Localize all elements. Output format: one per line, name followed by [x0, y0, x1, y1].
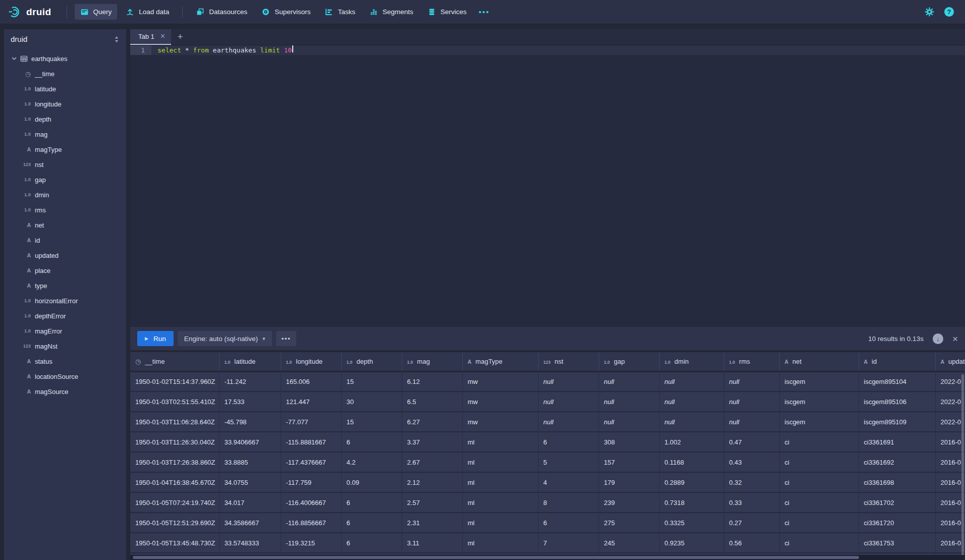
vertical-scrollbar-thumb[interactable]: [961, 374, 964, 557]
sidebar-column-item[interactable]: 1.0 dmin: [4, 187, 126, 202]
druid-logo[interactable]: druid: [8, 5, 61, 19]
sidebar-column-item[interactable]: A updated: [4, 248, 126, 263]
column-header-mag[interactable]: 1.0mag: [402, 352, 462, 371]
sidebar-column-item[interactable]: 1.0 depth: [4, 111, 126, 127]
sidebar-column-item[interactable]: A place: [4, 263, 126, 278]
table-cell[interactable]: 8: [538, 492, 599, 513]
table-cell[interactable]: null: [724, 371, 779, 391]
table-cell[interactable]: -116.8856667: [281, 513, 341, 533]
help-icon[interactable]: ?: [944, 7, 954, 17]
table-cell[interactable]: ci3361692: [859, 452, 935, 472]
table-cell[interactable]: 6: [538, 513, 599, 533]
table-cell[interactable]: -115.8881667: [281, 432, 341, 452]
engine-select-button[interactable]: Engine: auto (sql-native) ▾: [178, 331, 272, 346]
column-header-magType[interactable]: AmagType: [462, 352, 538, 371]
table-cell[interactable]: 0.47: [724, 432, 779, 452]
table-cell[interactable]: ci: [779, 533, 859, 553]
table-cell[interactable]: 2016-0: [935, 513, 965, 533]
table-cell[interactable]: ci3361691: [859, 432, 935, 452]
table-cell[interactable]: ml: [462, 533, 538, 553]
table-cell[interactable]: 0.3325: [659, 513, 724, 533]
sidebar-column-item[interactable]: 1.0 mag: [4, 127, 126, 142]
table-cell[interactable]: 1950-01-04T16:38:45.670Z: [130, 472, 219, 492]
sidebar-column-item[interactable]: 1.0 horizontalError: [4, 293, 126, 308]
table-cell[interactable]: iscgem895106: [859, 391, 935, 412]
table-cell[interactable]: 179: [599, 472, 659, 492]
sidebar-column-item[interactable]: A net: [4, 217, 126, 233]
sidebar-column-item[interactable]: 1.0 latitude: [4, 81, 126, 96]
table-cell[interactable]: 0.43: [724, 452, 779, 472]
table-cell[interactable]: 0.09: [341, 472, 402, 492]
table-cell[interactable]: 6: [341, 513, 402, 533]
sidebar-column-item[interactable]: 1.0 rms: [4, 202, 126, 217]
table-cell[interactable]: 2016-0: [935, 492, 965, 513]
nav-item-load-data[interactable]: Load data: [120, 4, 175, 20]
sidebar-column-item[interactable]: 1.0 magError: [4, 323, 126, 339]
table-cell[interactable]: 0.27: [724, 513, 779, 533]
table-cell[interactable]: ml: [462, 452, 538, 472]
column-header-net[interactable]: Anet: [779, 352, 859, 371]
table-cell[interactable]: ml: [462, 472, 538, 492]
table-cell[interactable]: 165.006: [281, 371, 341, 391]
table-cell[interactable]: null: [724, 391, 779, 412]
table-cell[interactable]: 245: [599, 533, 659, 553]
table-cell[interactable]: null: [659, 412, 724, 432]
table-cell[interactable]: 0.1168: [659, 452, 724, 472]
settings-gear-icon[interactable]: [925, 7, 934, 17]
table-cell[interactable]: mw: [462, 412, 538, 432]
table-cell[interactable]: 2.57: [402, 492, 462, 513]
horizontal-scrollbar-thumb[interactable]: [133, 556, 859, 559]
table-cell[interactable]: 34.0755: [219, 472, 281, 492]
table-cell[interactable]: 7: [538, 533, 599, 553]
table-cell[interactable]: 2016-0: [935, 432, 965, 452]
table-cell[interactable]: 2016-0: [935, 533, 965, 553]
add-tab-button[interactable]: +: [171, 29, 189, 45]
table-cell[interactable]: 6: [341, 533, 402, 553]
table-cell[interactable]: null: [659, 391, 724, 412]
table-cell[interactable]: 1950-01-03T11:26:30.040Z: [130, 432, 219, 452]
nav-item-tasks[interactable]: Tasks: [319, 4, 361, 20]
column-header-depth[interactable]: 1.0depth: [341, 352, 402, 371]
table-cell[interactable]: 15: [341, 371, 402, 391]
table-cell[interactable]: 3.37: [402, 432, 462, 452]
table-cell[interactable]: mw: [462, 391, 538, 412]
table-cell[interactable]: iscgem895109: [859, 412, 935, 432]
table-cell[interactable]: 6.27: [402, 412, 462, 432]
table-cell[interactable]: -45.798: [219, 412, 281, 432]
table-cell[interactable]: ml: [462, 492, 538, 513]
table-cell[interactable]: null: [599, 412, 659, 432]
table-cell[interactable]: 1950-01-05T12:51:29.690Z: [130, 513, 219, 533]
table-cell[interactable]: null: [599, 371, 659, 391]
nav-item-supervisors[interactable]: Supervisors: [256, 4, 316, 20]
table-cell[interactable]: 275: [599, 513, 659, 533]
column-header-updated[interactable]: Aupdated: [935, 352, 965, 371]
table-cell[interactable]: iscgem: [779, 391, 859, 412]
table-cell[interactable]: mw: [462, 371, 538, 391]
table-cell[interactable]: ci3361720: [859, 513, 935, 533]
table-cell[interactable]: -117.759: [281, 472, 341, 492]
sidebar-column-item[interactable]: ◷ __time: [4, 66, 126, 81]
table-cell[interactable]: ci: [779, 492, 859, 513]
table-cell[interactable]: null: [599, 391, 659, 412]
sql-editor[interactable]: 1 select * from earthquakes limit 10: [130, 45, 965, 327]
nav-item-datasources[interactable]: Datasources: [190, 4, 253, 20]
column-header-latitude[interactable]: 1.0latitude: [219, 352, 281, 371]
table-cell[interactable]: ci3361698: [859, 472, 935, 492]
column-header-nst[interactable]: 123nst: [538, 352, 599, 371]
table-cell[interactable]: 308: [599, 432, 659, 452]
tab-close-icon[interactable]: ×: [160, 32, 165, 40]
table-cell[interactable]: 1950-01-05T13:45:48.730Z: [130, 533, 219, 553]
table-cell[interactable]: 1950-01-03T17:26:38.860Z: [130, 452, 219, 472]
table-cell[interactable]: 0.56: [724, 533, 779, 553]
column-header-id[interactable]: Aid: [859, 352, 935, 371]
table-cell[interactable]: iscgem: [779, 371, 859, 391]
table-cell[interactable]: null: [538, 371, 599, 391]
table-cell[interactable]: 2016-0: [935, 472, 965, 492]
table-cell[interactable]: 33.9406667: [219, 432, 281, 452]
query-more-button[interactable]: •••: [276, 331, 297, 346]
table-cell[interactable]: 4.2: [341, 452, 402, 472]
table-cell[interactable]: iscgem895104: [859, 371, 935, 391]
table-cell[interactable]: 1950-01-03T02:51:55.410Z: [130, 391, 219, 412]
table-cell[interactable]: 6: [538, 432, 599, 452]
table-cell[interactable]: 6.12: [402, 371, 462, 391]
